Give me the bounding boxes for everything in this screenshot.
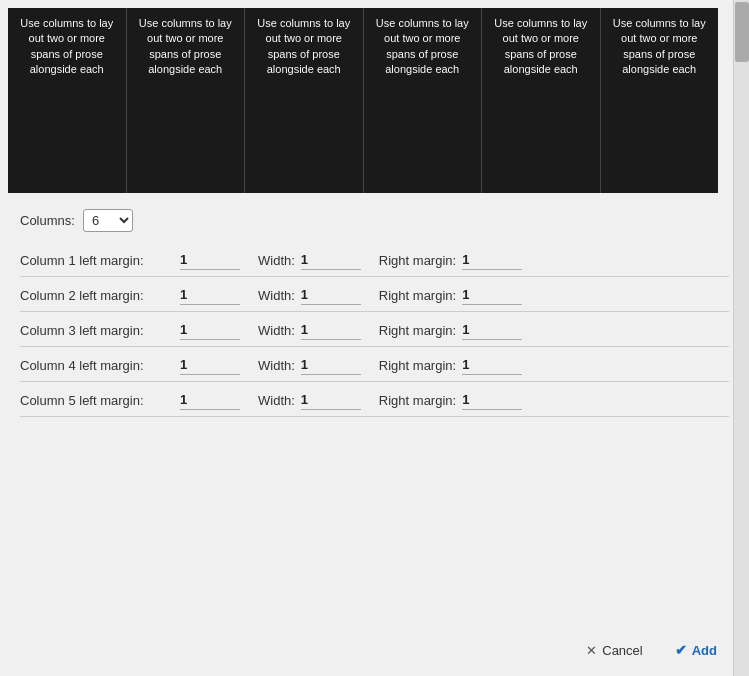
col5-right-margin-label: Right margin:: [379, 393, 456, 408]
col1-right-margin-label: Right margin:: [379, 253, 456, 268]
col3-right-margin-input[interactable]: [462, 320, 522, 340]
column-row-1: Column 1 left margin: Width: Right margi…: [20, 250, 729, 277]
col4-right-margin-input[interactable]: [462, 355, 522, 375]
cancel-icon: ✕: [586, 643, 597, 658]
col5-label: Column 5 left margin:: [20, 393, 180, 408]
col2-right-margin-input[interactable]: [462, 285, 522, 305]
scrollbar-thumb[interactable]: [735, 2, 749, 62]
columns-row: Columns: 6 1 2 3 4 5 7 8: [20, 209, 729, 232]
cancel-label: Cancel: [602, 643, 642, 658]
col4-label: Column 4 left margin:: [20, 358, 180, 373]
add-label: Add: [692, 643, 717, 658]
cancel-button[interactable]: ✕ Cancel: [578, 639, 650, 662]
preview-area: Use columns to lay out two or more spans…: [8, 8, 718, 193]
col5-width-label: Width:: [258, 393, 295, 408]
col1-width-input[interactable]: [301, 250, 361, 270]
col3-width-label: Width:: [258, 323, 295, 338]
form-area: Columns: 6 1 2 3 4 5 7 8 Column 1 left m…: [0, 193, 749, 628]
preview-col-3: Use columns to lay out two or more spans…: [245, 8, 364, 193]
add-button[interactable]: ✔ Add: [667, 638, 725, 662]
col2-width-label: Width:: [258, 288, 295, 303]
col4-width-label: Width:: [258, 358, 295, 373]
preview-col-6: Use columns to lay out two or more spans…: [601, 8, 719, 193]
col4-right-margin-label: Right margin:: [379, 358, 456, 373]
col1-left-margin-input[interactable]: [180, 250, 240, 270]
col5-left-margin-input[interactable]: [180, 390, 240, 410]
col1-label: Column 1 left margin:: [20, 253, 180, 268]
col3-width-input[interactable]: [301, 320, 361, 340]
col5-width-input[interactable]: [301, 390, 361, 410]
preview-col-1: Use columns to lay out two or more spans…: [8, 8, 127, 193]
col5-right-margin-input[interactable]: [462, 390, 522, 410]
column-row-3: Column 3 left margin: Width: Right margi…: [20, 320, 729, 347]
col2-label: Column 2 left margin:: [20, 288, 180, 303]
col1-right-margin-input[interactable]: [462, 250, 522, 270]
col3-right-margin-label: Right margin:: [379, 323, 456, 338]
preview-col-5: Use columns to lay out two or more spans…: [482, 8, 601, 193]
col2-width-input[interactable]: [301, 285, 361, 305]
column-rows-container: Column 1 left margin: Width: Right margi…: [20, 250, 729, 417]
footer: ✕ Cancel ✔ Add: [0, 628, 749, 676]
columns-label: Columns:: [20, 213, 75, 228]
col4-left-margin-input[interactable]: [180, 355, 240, 375]
preview-col-2: Use columns to lay out two or more spans…: [127, 8, 246, 193]
column-row-2: Column 2 left margin: Width: Right margi…: [20, 285, 729, 312]
col3-left-margin-input[interactable]: [180, 320, 240, 340]
column-row-5: Column 5 left margin: Width: Right margi…: [20, 390, 729, 417]
col4-width-input[interactable]: [301, 355, 361, 375]
col1-width-label: Width:: [258, 253, 295, 268]
add-icon: ✔: [675, 642, 687, 658]
scrollbar[interactable]: [733, 0, 749, 676]
column-row-4: Column 4 left margin: Width: Right margi…: [20, 355, 729, 382]
col2-left-margin-input[interactable]: [180, 285, 240, 305]
col2-right-margin-label: Right margin:: [379, 288, 456, 303]
col3-label: Column 3 left margin:: [20, 323, 180, 338]
main-container: Use columns to lay out two or more spans…: [0, 0, 749, 676]
preview-col-4: Use columns to lay out two or more spans…: [364, 8, 483, 193]
columns-select[interactable]: 6 1 2 3 4 5 7 8: [83, 209, 133, 232]
